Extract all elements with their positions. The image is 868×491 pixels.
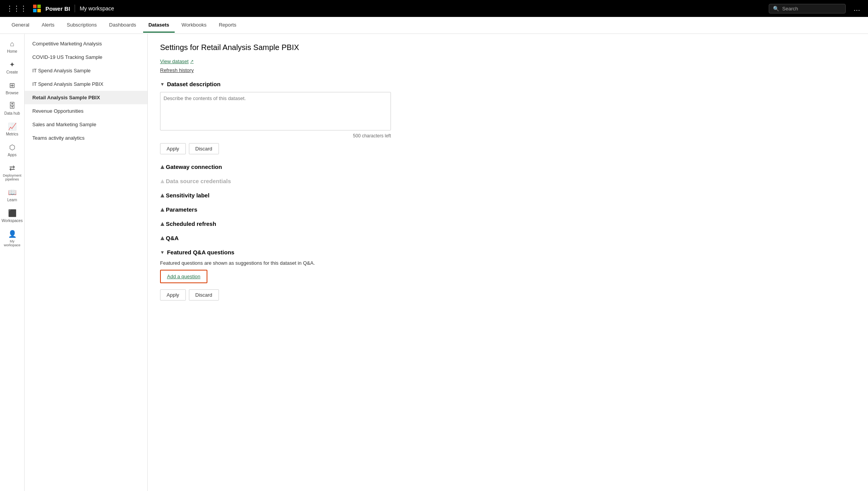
search-bar[interactable]: 🔍 Search [769, 4, 846, 13]
sidebar-item-learn[interactable]: 📖 Learn [0, 185, 24, 205]
settings-content: Settings for Retail Analysis Sample PBIX… [148, 34, 868, 491]
description-btn-row: Apply Discard [160, 143, 856, 154]
tab-reports[interactable]: Reports [214, 18, 242, 33]
sidebar-item-create[interactable]: ✦ Create [0, 57, 24, 77]
sensitivity-label-label: Sensitivity label [166, 192, 209, 199]
ms-logo-icon [33, 5, 41, 12]
apps-icon: ⬡ [9, 143, 15, 152]
description-textarea[interactable] [160, 92, 391, 130]
learn-label: Learn [7, 198, 17, 202]
sidebar-item-apps[interactable]: ⬡ Apps [0, 140, 24, 160]
sidebar-item-workspaces[interactable]: ⬛ Workspaces [0, 206, 24, 226]
chevron-right-icon-sensitivity: ▶ [159, 194, 165, 197]
myworkspace-icon: 👤 [8, 230, 17, 238]
qa-header[interactable]: ▶ Q&A [160, 235, 856, 241]
add-question-btn[interactable]: Add a question [160, 270, 207, 283]
sidebar-item-covid[interactable]: COVID-19 US Tracking Sample [25, 50, 147, 64]
waffle-menu[interactable]: ⋮⋮⋮ [5, 3, 28, 14]
dataset-description-body: 500 characters left Apply Discard [160, 92, 856, 154]
deployment-icon: ⇄ [9, 164, 15, 172]
refresh-history-link[interactable]: Refresh history [160, 67, 856, 73]
data-source-credentials-label: Data source credentials [166, 178, 231, 184]
parameters-header[interactable]: ▶ Parameters [160, 206, 856, 213]
browse-label: Browse [6, 91, 18, 95]
metrics-icon: 📈 [8, 122, 17, 131]
tab-alerts[interactable]: Alerts [36, 18, 60, 33]
sidebar-item-datahub[interactable]: 🗄 Data hub [0, 99, 24, 119]
microsoft-logo [33, 5, 41, 12]
external-link-icon: ↗ [190, 59, 194, 64]
page-title: Settings for Retail Analysis Sample PBIX [160, 43, 856, 52]
scheduled-refresh-header[interactable]: ▶ Scheduled refresh [160, 220, 856, 227]
sidebar-item-myworkspace[interactable]: 👤 My workspace [0, 227, 24, 250]
featured-qa-description: Featured questions are shown as suggesti… [160, 260, 856, 266]
chevron-right-icon: ▶ [159, 165, 165, 169]
dataset-description-header[interactable]: ▼ Dataset description [160, 81, 856, 87]
waffle-icon: ⋮⋮⋮ [6, 4, 27, 13]
featured-qa-btn-row: Apply Discard [160, 289, 856, 301]
sidebar-item-it-spend-pbix[interactable]: IT Spend Analysis Sample PBIX [25, 77, 147, 91]
tab-dashboards[interactable]: Dashboards [104, 18, 142, 33]
tab-datasets[interactable]: Datasets [143, 18, 175, 33]
featured-qa-discard-button[interactable]: Discard [189, 289, 219, 301]
main-layout: ⌂ Home ✦ Create ⊞ Browse 🗄 Data hub 📈 Me… [0, 34, 868, 491]
topbar-divider [75, 5, 75, 12]
chevron-right-icon-disabled: ▶ [159, 179, 165, 183]
chevron-right-icon-qa: ▶ [159, 236, 165, 240]
sidebar-item-competitive[interactable]: Competitive Marketing Analysis [25, 37, 147, 50]
subnav-tabs: General Alerts Subscriptions Dashboards … [0, 17, 868, 34]
left-nav: ⌂ Home ✦ Create ⊞ Browse 🗄 Data hub 📈 Me… [0, 34, 25, 491]
featured-qa-body: Featured questions are shown as suggesti… [160, 260, 856, 301]
metrics-label: Metrics [6, 132, 18, 136]
chevron-down-icon-featured: ▼ [160, 250, 165, 255]
gateway-connection-header[interactable]: ▶ Gateway connection [160, 164, 856, 170]
topbar: ⋮⋮⋮ Power BI My workspace 🔍 Search … [0, 0, 868, 17]
chevron-right-icon-params: ▶ [159, 208, 165, 211]
datahub-label: Data hub [4, 111, 20, 115]
view-dataset-label: View dataset [160, 58, 189, 64]
description-discard-button[interactable]: Discard [189, 143, 219, 154]
sidebar-item-home[interactable]: ⌂ Home [0, 37, 24, 57]
tab-workbooks[interactable]: Workbooks [176, 18, 212, 33]
sensitivity-label-header[interactable]: ▶ Sensitivity label [160, 192, 856, 199]
parameters-label: Parameters [166, 206, 197, 213]
data-source-credentials-header[interactable]: ▶ Data source credentials [160, 178, 856, 184]
workspace-label[interactable]: My workspace [80, 5, 114, 12]
chevron-down-icon: ▼ [160, 82, 165, 87]
sidebar-item-retail[interactable]: Retail Analysis Sample PBIX [25, 91, 147, 104]
sidebar-item-it-spend[interactable]: IT Spend Analysis Sample [25, 64, 147, 77]
tab-subscriptions[interactable]: Subscriptions [61, 18, 102, 33]
chevron-right-icon-refresh: ▶ [159, 222, 165, 225]
search-icon: 🔍 [773, 6, 779, 12]
featured-qa-label: Featured Q&A questions [167, 249, 234, 256]
home-icon: ⌂ [10, 40, 14, 48]
gateway-connection-label: Gateway connection [166, 164, 222, 170]
sidebar-item-revenue[interactable]: Revenue Opportunities [25, 104, 147, 118]
create-label: Create [6, 70, 18, 74]
sidebar-item-sales[interactable]: Sales and Marketing Sample [25, 118, 147, 131]
sidebar-item-teams[interactable]: Teams activity analytics [25, 131, 147, 145]
datahub-icon: 🗄 [9, 102, 16, 110]
sidebar-item-browse[interactable]: ⊞ Browse [0, 78, 24, 98]
dataset-description-label: Dataset description [167, 81, 220, 87]
deployment-label: Deployment pipelines [2, 174, 23, 181]
search-label: Search [782, 6, 798, 12]
view-dataset-link[interactable]: View dataset ↗ [160, 58, 194, 64]
workspaces-icon: ⬛ [8, 209, 17, 217]
browse-icon: ⊞ [9, 81, 15, 90]
sidebar-item-metrics[interactable]: 📈 Metrics [0, 119, 24, 139]
featured-qa-apply-button[interactable]: Apply [160, 289, 186, 301]
apps-label: Apps [8, 153, 17, 157]
app-name: Power BI [45, 5, 70, 12]
sidebar-item-deployment[interactable]: ⇄ Deployment pipelines [0, 161, 24, 184]
myworkspace-label: My workspace [2, 239, 23, 247]
featured-qa-header[interactable]: ▼ Featured Q&A questions [160, 249, 856, 256]
workspaces-label: Workspaces [2, 219, 23, 223]
more-options-icon[interactable]: … [850, 3, 863, 14]
tab-general[interactable]: General [6, 18, 35, 33]
qa-label: Q&A [166, 235, 179, 241]
description-apply-button[interactable]: Apply [160, 143, 186, 154]
learn-icon: 📖 [8, 188, 17, 197]
create-icon: ✦ [9, 60, 15, 69]
scheduled-refresh-label: Scheduled refresh [166, 220, 216, 227]
